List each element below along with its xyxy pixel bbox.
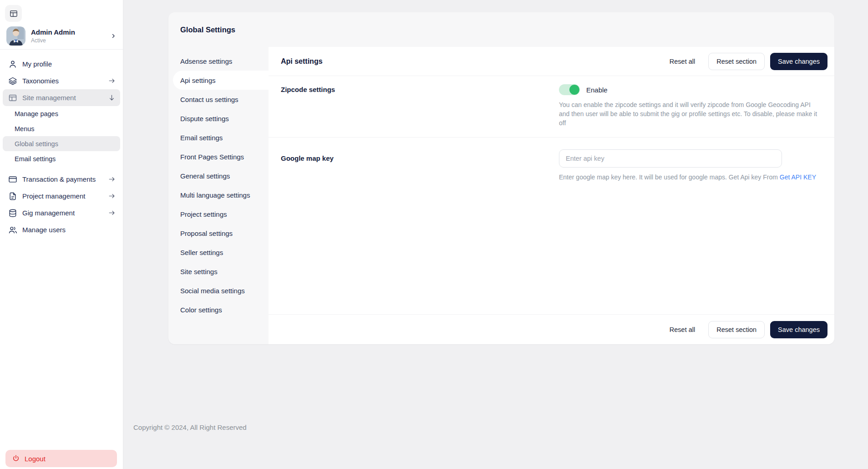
reset-section-button[interactable]: Reset section [708,53,765,70]
copyright-text: Copyright © 2024, All Right Reserved [133,423,247,431]
sidebar-divider [0,49,123,50]
profile-status: Active [31,37,75,44]
sidebar-item-site-management[interactable]: Site management [3,89,120,106]
arrow-right-icon [108,209,116,217]
global-settings-card: Global Settings Adsense settingsApi sett… [168,12,834,344]
arrow-right-icon [108,77,116,85]
sidebar-item-taxonomies[interactable]: Taxonomies [3,72,120,89]
settings-nav: Adsense settingsApi settingsContact us s… [168,47,269,344]
file-icon [8,192,17,201]
zipcode-toggle[interactable] [559,84,580,95]
panel-layout-icon [9,9,18,18]
save-changes-button[interactable]: Save changes [770,53,827,70]
window-icon [8,93,17,102]
settings-nav-contact-us-settings[interactable]: Contact us settings [168,90,269,109]
settings-content: Api settings Reset all Reset section Sav… [269,47,834,344]
sidebar-item-transaction-payments[interactable]: Transaction & payments [3,171,120,188]
api-key-input[interactable] [559,149,782,168]
settings-nav-social-media-settings[interactable]: Social media settings [168,281,269,300]
sidebar-subitem-menus[interactable]: Menus [3,121,120,136]
profile-menu[interactable]: Admin Admin Active [0,23,123,49]
google-map-key-help-text: Enter google map key here. It will be us… [559,173,780,181]
zipcode-settings-label: Zipcode settings [281,84,559,128]
power-icon [12,454,20,463]
users-icon [8,225,17,234]
footer-reset-section-button[interactable]: Reset section [708,321,765,338]
sidebar-item-my-profile[interactable]: My profile [3,56,120,72]
google-map-key-row: Google map key Enter google map key here… [269,138,834,190]
sidebar-nav: My profileTaxonomiesSite managementManag… [0,56,123,238]
sidebar-item-gig-management[interactable]: Gig management [3,204,120,221]
reset-all-button[interactable]: Reset all [662,53,703,70]
google-map-key-label: Google map key [281,149,559,181]
avatar [6,26,25,46]
chevron-right-icon [110,33,117,39]
arrow-down-icon [108,94,116,102]
footer-toolbar: Reset all Reset section Save changes [662,321,827,338]
sidebar-subitem-global-settings[interactable]: Global settings [3,136,120,151]
settings-nav-seller-settings[interactable]: Seller settings [168,243,269,262]
settings-nav-general-settings[interactable]: General settings [168,166,269,185]
sidebar-subitem-email-settings[interactable]: Email settings [3,151,120,166]
settings-nav-proposal-settings[interactable]: Proposal settings [168,224,269,243]
settings-nav-multi-language-settings[interactable]: Multi language settings [168,185,269,204]
get-api-key-link[interactable]: Get API KEY [780,173,816,181]
layers-icon [8,76,17,86]
zipcode-settings-row: Zipcode settings Enable You can enable t… [269,76,834,137]
sidebar-item-manage-users[interactable]: Manage users [3,221,120,238]
section-title: Api settings [281,57,323,66]
sidebar-item-project-management[interactable]: Project management [3,188,120,204]
sidebar-toggle-button[interactable] [5,5,22,22]
zipcode-toggle-label: Enable [586,86,608,94]
arrow-right-icon [108,175,116,183]
settings-nav-adsense-settings[interactable]: Adsense settings [168,51,269,71]
logout-label: Logout [25,455,46,463]
settings-nav-dispute-settings[interactable]: Dispute settings [168,109,269,128]
settings-nav-email-settings[interactable]: Email settings [168,128,269,147]
settings-nav-site-settings[interactable]: Site settings [168,262,269,281]
settings-nav-front-pages-settings[interactable]: Front Pages Settings [168,147,269,166]
zipcode-help-text: You can enable the zipcode settings and … [559,101,823,128]
page-title: Global Settings [180,12,235,47]
database-icon [8,209,17,218]
arrow-right-icon [108,192,116,200]
sidebar: Admin Admin Active My profileTaxonomiesS… [0,0,123,469]
settings-nav-project-settings[interactable]: Project settings [168,204,269,224]
profile-name: Admin Admin [31,28,75,36]
credit-card-icon [8,175,17,184]
sidebar-subitem-manage-pages[interactable]: Manage pages [3,106,120,121]
logout-button[interactable]: Logout [5,450,117,467]
settings-nav-color-settings[interactable]: Color settings [168,300,269,319]
settings-nav-api-settings[interactable]: Api settings [173,71,269,90]
footer-save-changes-button[interactable]: Save changes [770,321,827,338]
footer-reset-all-button[interactable]: Reset all [662,321,703,338]
toggle-knob [569,85,579,95]
header-toolbar: Reset all Reset section Save changes [662,53,827,70]
user-icon [8,60,17,69]
